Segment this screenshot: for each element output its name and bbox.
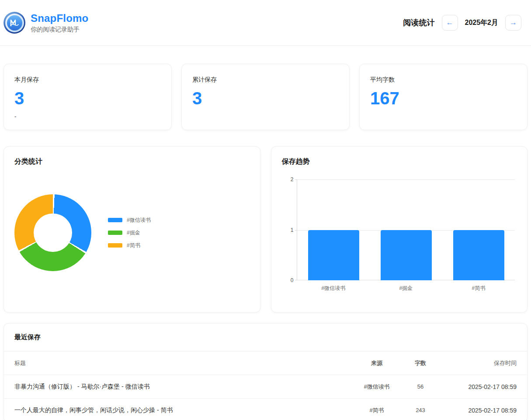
col-header-title: 标题 <box>14 359 351 367</box>
legend-item[interactable]: #掘金 <box>108 229 151 237</box>
app-title: SnapFlomo <box>31 12 88 24</box>
col-header-time: 保存时间 <box>438 359 517 367</box>
donut-chart <box>14 194 91 271</box>
table-row: 非暴力沟通（修订版） - 马歇尔·卢森堡 - 微信读书 #微信读书 56 202… <box>4 375 527 399</box>
stat-sub <box>370 113 517 119</box>
bar-plot: 2 1 0 <box>297 179 515 280</box>
bar <box>308 230 359 281</box>
recent-saves-card: 最近保存 标题 来源 字数 保存时间 非暴力沟通（修订版） - 马歇尔·卢森堡 … <box>3 323 528 420</box>
x-label: #掘金 <box>380 285 431 292</box>
category-stats-card: 分类统计 #微信读书 #掘金 #简书 <box>3 146 260 313</box>
stat-value: 167 <box>370 90 517 107</box>
app-logo-icon <box>3 12 25 34</box>
stat-value: 3 <box>192 90 339 107</box>
y-tick: 2 <box>286 176 294 182</box>
pie-legend: #微信读书 #掘金 #简书 <box>108 217 151 249</box>
charts-row: 分类统计 #微信读书 #掘金 #简书 <box>3 146 528 313</box>
bar <box>453 230 504 281</box>
stat-card-month-saves: 本月保存 3 - <box>3 64 172 130</box>
cell-time: 2025-02-17 08:59 <box>438 407 517 414</box>
period-controls: 阅读统计 ← 2025年2月 → <box>403 15 522 31</box>
x-label: #微信读书 <box>308 285 359 292</box>
prev-month-button[interactable]: ← <box>442 15 458 31</box>
cell-title: 一个人最大的自律，闲事少管，闲话少说，闲心少操 - 简书 <box>14 406 351 414</box>
legend-swatch-icon <box>108 218 122 222</box>
brand: SnapFlomo 你的阅读记录助手 <box>3 12 88 34</box>
x-axis-labels: #微信读书 #掘金 #简书 <box>297 285 515 292</box>
stat-card-total-saves: 累计保存 3 <box>181 64 350 130</box>
col-header-words: 字数 <box>403 359 438 367</box>
stats-row: 本月保存 3 - 累计保存 3 平均字数 167 <box>3 64 528 130</box>
y-tick: 1 <box>286 227 294 233</box>
app-tagline: 你的阅读记录助手 <box>31 26 88 34</box>
stat-label: 平均字数 <box>370 76 517 84</box>
app-header: SnapFlomo 你的阅读记录助手 阅读统计 ← 2025年2月 → <box>0 0 531 46</box>
stat-sub <box>192 113 339 119</box>
table-row: 一个人最大的自律，闲事少管，闲话少说，闲心少操 - 简书 #简书 243 202… <box>4 399 527 420</box>
chart-title: 分类统计 <box>14 157 250 166</box>
legend-item[interactable]: #微信读书 <box>108 217 151 224</box>
arrow-left-icon: ← <box>446 18 454 27</box>
legend-swatch-icon <box>108 243 122 248</box>
main-content: 本月保存 3 - 累计保存 3 平均字数 167 分类统计 #微信读书 <box>0 64 531 420</box>
cell-source: #微信读书 <box>351 383 403 391</box>
stat-value: 3 <box>14 90 161 107</box>
cell-title: 非暴力沟通（修订版） - 马歇尔·卢森堡 - 微信读书 <box>14 383 351 391</box>
cell-words: 56 <box>403 383 438 390</box>
table-title: 最近保存 <box>4 324 527 351</box>
cell-words: 243 <box>403 407 438 413</box>
bar <box>381 230 432 281</box>
current-period: 2025年2月 <box>465 18 499 28</box>
cell-source: #简书 <box>351 406 403 414</box>
stat-label: 本月保存 <box>14 76 161 84</box>
legend-label: #微信读书 <box>127 217 151 224</box>
save-trend-card: 保存趋势 2 1 0 <box>271 146 528 313</box>
stat-label: 累计保存 <box>192 76 339 84</box>
pie-chart-area: #微信读书 #掘金 #简书 <box>14 194 250 271</box>
page-title: 阅读统计 <box>403 17 435 28</box>
table-header-row: 标题 来源 字数 保存时间 <box>4 351 527 375</box>
arrow-right-icon: → <box>510 18 517 27</box>
logo-m-icon <box>10 19 19 27</box>
col-header-source: 来源 <box>351 359 403 367</box>
bar-chart-area: 2 1 0 #微信读书 #掘金 #简书 <box>297 179 515 292</box>
stat-sub: - <box>14 113 161 120</box>
next-month-button[interactable]: → <box>505 15 521 31</box>
legend-label: #简书 <box>127 242 140 249</box>
chart-title: 保存趋势 <box>282 157 517 166</box>
y-tick: 0 <box>286 277 294 283</box>
legend-label: #掘金 <box>127 229 140 237</box>
bars <box>298 179 515 280</box>
legend-item[interactable]: #简书 <box>108 242 151 249</box>
stat-card-avg-words: 平均字数 167 <box>359 64 528 130</box>
x-label: #简书 <box>453 285 504 292</box>
cell-time: 2025-02-17 08:59 <box>438 383 517 390</box>
legend-swatch-icon <box>108 231 122 235</box>
